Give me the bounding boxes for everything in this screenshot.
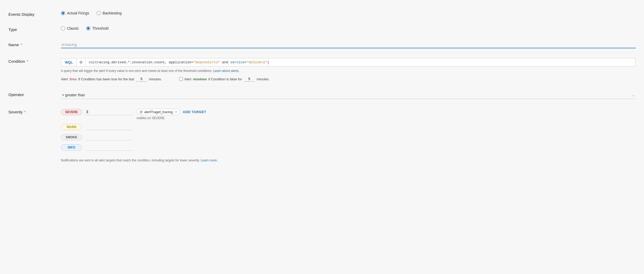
severe-target-row: @ alertTraget_tracing ✕ ADD TARGET <box>137 109 636 115</box>
info-row: INFO <box>61 144 636 151</box>
operator-select[interactable]: > greater than ⌵ <box>61 91 636 99</box>
backtesting-radio[interactable] <box>97 11 101 15</box>
resolves-keyword: resolves <box>193 77 207 81</box>
type-content: Classic Threshold <box>61 26 636 30</box>
backtesting-label: Backtesting <box>103 11 122 15</box>
info-value-input[interactable] <box>86 144 133 151</box>
type-label: Type <box>8 26 61 32</box>
severity-row: Severity * SEVERE @ alertTraget_tracing … <box>8 104 636 167</box>
target-chip: @ alertTraget_tracing ✕ <box>137 109 180 115</box>
notifications-note: Notifications are sent to all alert targ… <box>61 159 636 162</box>
severity-required-star: * <box>23 110 26 114</box>
warn-value-input[interactable] <box>86 124 133 130</box>
condition-code: cs(tracing.derived.*.invocation.count, a… <box>86 59 635 66</box>
name-required-star: * <box>19 43 22 47</box>
classic-label: Classic <box>67 26 79 30</box>
condition-row: Condition * WQL ⚙ cs(tracing.derived.*.i… <box>8 53 636 87</box>
events-display-row: Events Display Actual Firings Backtestin… <box>8 6 636 22</box>
backtesting-option[interactable]: Backtesting <box>97 11 122 15</box>
fires-keyword: fires <box>70 77 77 81</box>
name-content <box>61 41 636 48</box>
severity-label: Severity * <box>8 109 61 114</box>
threshold-label: Threshold <box>92 26 108 30</box>
operator-row: Operator > greater than ⌵ <box>8 87 636 104</box>
warn-badge[interactable]: WARN <box>61 124 82 130</box>
at-icon: @ <box>139 110 143 114</box>
classic-option[interactable]: Classic <box>61 26 79 30</box>
severe-value-input[interactable] <box>86 109 133 115</box>
add-target-button[interactable]: ADD TARGET <box>183 110 206 114</box>
code-eq: = <box>245 60 247 64</box>
smoke-value-input[interactable] <box>86 134 133 140</box>
info-badge[interactable]: INFO <box>61 144 82 151</box>
gear-button[interactable]: ⚙ <box>77 58 86 66</box>
fires-row: Alert fires if Condition has been true f… <box>61 76 636 82</box>
code-val-2: "delivery" <box>247 60 267 64</box>
condition-editor: WQL ⚙ cs(tracing.derived.*.invocation.co… <box>61 58 636 66</box>
smoke-row: SMOKE <box>61 134 636 140</box>
threshold-radio[interactable] <box>86 26 90 30</box>
severe-badge[interactable]: SEVERE <box>61 109 82 115</box>
notifies-text: notifies on SEVERE <box>137 116 636 120</box>
type-row: Type Classic Threshold <box>8 22 636 37</box>
actual-firings-label: Actual Firings <box>67 11 89 15</box>
severity-grid: SEVERE @ alertTraget_tracing ✕ ADD TARGE… <box>61 109 636 162</box>
type-radio-group: Classic Threshold <box>61 26 636 30</box>
name-label: Name * <box>8 41 61 47</box>
learn-more-link[interactable]: Learn more. <box>201 159 218 162</box>
code-func: cs(tracing.derived.*.invocation.count, a… <box>89 60 193 64</box>
target-chip-label: alertTraget_tracing <box>144 110 173 114</box>
name-input[interactable] <box>61 41 636 48</box>
smoke-badge[interactable]: SMOKE <box>61 134 82 140</box>
condition-help: A query that will trigger the alert if e… <box>61 69 636 73</box>
classic-radio[interactable] <box>61 26 65 30</box>
wql-button[interactable]: WQL <box>61 59 77 66</box>
resolve-checkbox[interactable] <box>179 77 183 81</box>
condition-content: WQL ⚙ cs(tracing.derived.*.invocation.co… <box>61 58 636 82</box>
events-display-radio-group: Actual Firings Backtesting <box>61 11 636 15</box>
warn-row: WARN <box>61 124 636 130</box>
condition-label: Condition * <box>8 58 61 64</box>
resolves-minutes-input[interactable] <box>243 76 255 82</box>
severe-row: SEVERE @ alertTraget_tracing ✕ ADD TARGE… <box>61 109 636 120</box>
severe-left: SEVERE <box>61 109 133 115</box>
operator-content: > greater than ⌵ <box>61 91 636 99</box>
chevron-down-icon: ⌵ <box>632 93 635 97</box>
resolve-section: Alert resolves if Condition is false for… <box>179 76 270 82</box>
operator-value: > greater than <box>62 93 85 97</box>
actual-firings-option[interactable]: Actual Firings <box>61 11 89 15</box>
code-key-service: service <box>230 60 245 64</box>
name-row: Name * <box>8 37 636 53</box>
events-display-content: Actual Firings Backtesting <box>61 11 636 15</box>
actual-firings-radio[interactable] <box>61 11 65 15</box>
events-display-label: Events Display <box>8 11 61 17</box>
code-and: and <box>220 60 230 64</box>
code-close: ) <box>267 60 269 64</box>
threshold-option[interactable]: Threshold <box>86 26 108 30</box>
learn-about-alerts-link[interactable]: Learn about alerts. <box>213 69 240 73</box>
remove-target-button[interactable]: ✕ <box>175 110 177 114</box>
operator-label: Operator <box>8 91 61 97</box>
severity-content: SEVERE @ alertTraget_tracing ✕ ADD TARGE… <box>61 109 636 162</box>
condition-required-star: * <box>25 59 28 64</box>
fires-minutes-input[interactable] <box>136 76 147 82</box>
code-val-1: "beachshirts" <box>193 60 220 64</box>
severe-target-col: @ alertTraget_tracing ✕ ADD TARGET notif… <box>137 109 636 120</box>
